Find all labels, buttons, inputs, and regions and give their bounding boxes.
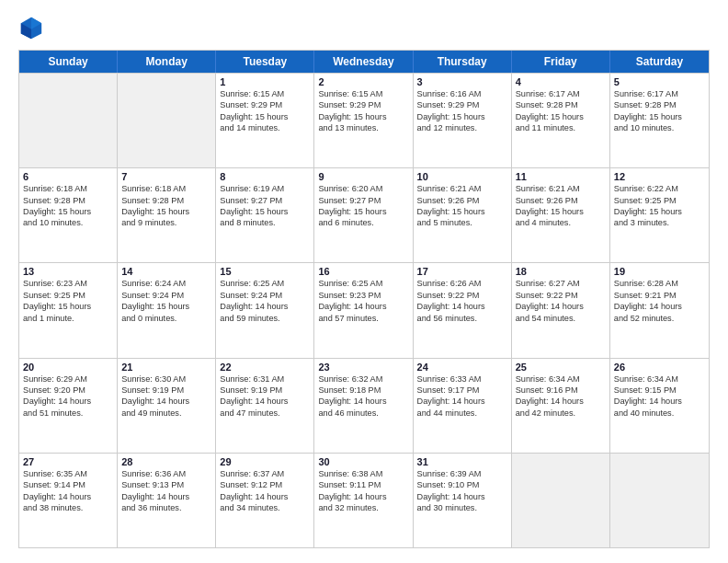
- cell-info-line: Sunset: 9:19 PM: [121, 385, 211, 396]
- cell-info-line: Sunrise: 6:37 AM: [220, 468, 310, 479]
- day-number: 21: [121, 362, 211, 373]
- cell-info-line: Sunrise: 6:25 AM: [220, 278, 310, 289]
- cell-info-line: Sunrise: 6:15 AM: [318, 88, 408, 99]
- cell-info-line: Sunrise: 6:31 AM: [220, 373, 310, 385]
- day-number: 14: [121, 266, 211, 277]
- header-cell-saturday: Saturday: [610, 51, 709, 73]
- cell-info-line: Sunset: 9:21 PM: [614, 290, 705, 301]
- cell-info-line: Daylight: 15 hours: [614, 111, 705, 122]
- cell-info-line: Sunrise: 6:22 AM: [614, 183, 705, 194]
- cell-info-line: Sunset: 9:28 PM: [614, 99, 705, 110]
- cell-info-line: and 40 minutes.: [614, 408, 705, 419]
- calendar-cell: 5Sunrise: 6:17 AMSunset: 9:28 PMDaylight…: [610, 74, 709, 167]
- calendar-cell: 28Sunrise: 6:36 AMSunset: 9:13 PMDayligh…: [118, 454, 216, 547]
- header-cell-wednesday: Wednesday: [314, 51, 413, 73]
- cell-info-line: Daylight: 15 hours: [318, 206, 408, 217]
- cell-info-line: Sunset: 9:15 PM: [614, 385, 705, 396]
- logo: [18, 15, 48, 40]
- cell-info-line: Sunset: 9:25 PM: [23, 290, 113, 301]
- day-number: 29: [220, 456, 310, 467]
- cell-info-line: Sunset: 9:22 PM: [417, 290, 507, 301]
- cell-info-line: and 0 minutes.: [121, 313, 211, 324]
- cell-info-line: Daylight: 15 hours: [614, 206, 705, 217]
- cell-info-line: Sunset: 9:29 PM: [318, 99, 408, 110]
- calendar-cell: 21Sunrise: 6:30 AMSunset: 9:19 PMDayligh…: [118, 359, 216, 453]
- day-number: 28: [121, 456, 211, 467]
- cell-info-line: Daylight: 14 hours: [318, 301, 408, 312]
- cell-info-line: and 5 minutes.: [417, 217, 507, 228]
- cell-info-line: Sunset: 9:22 PM: [516, 290, 606, 301]
- day-number: 8: [220, 171, 310, 182]
- cell-info-line: Sunrise: 6:34 AM: [516, 373, 606, 385]
- cell-info-line: Sunrise: 6:24 AM: [121, 278, 211, 289]
- cell-info-line: Daylight: 15 hours: [516, 111, 606, 122]
- calendar-row: 20Sunrise: 6:29 AMSunset: 9:20 PMDayligh…: [19, 358, 709, 453]
- day-number: 5: [614, 76, 705, 87]
- calendar-cell: 13Sunrise: 6:23 AMSunset: 9:25 PMDayligh…: [19, 263, 118, 357]
- cell-info-line: Sunset: 9:13 PM: [121, 479, 211, 490]
- cell-info-line: and 13 minutes.: [318, 122, 408, 133]
- cell-info-line: Sunset: 9:26 PM: [516, 195, 606, 206]
- cell-info-line: and 38 minutes.: [23, 502, 113, 513]
- cell-info-line: Sunrise: 6:35 AM: [23, 468, 113, 479]
- day-number: 31: [417, 456, 507, 467]
- cell-info-line: Sunrise: 6:21 AM: [516, 183, 606, 194]
- cell-info-line: Sunset: 9:10 PM: [417, 479, 507, 490]
- cell-info-line: Daylight: 15 hours: [318, 111, 408, 122]
- cell-info-line: Sunrise: 6:23 AM: [23, 278, 113, 289]
- cell-info-line: Sunset: 9:27 PM: [318, 195, 408, 206]
- cell-info-line: and 12 minutes.: [417, 122, 507, 133]
- page: SundayMondayTuesdayWednesdayThursdayFrid…: [0, 0, 728, 563]
- calendar-cell: 31Sunrise: 6:39 AMSunset: 9:10 PMDayligh…: [414, 454, 512, 547]
- cell-info-line: and 49 minutes.: [121, 408, 211, 419]
- day-number: 1: [220, 76, 310, 87]
- cell-info-line: Sunset: 9:28 PM: [121, 195, 211, 206]
- cell-info-line: Sunrise: 6:15 AM: [220, 88, 310, 99]
- calendar-cell: 16Sunrise: 6:25 AMSunset: 9:23 PMDayligh…: [314, 263, 413, 357]
- cell-info-line: Sunrise: 6:33 AM: [417, 373, 507, 385]
- day-number: 27: [23, 456, 113, 467]
- calendar-cell: 29Sunrise: 6:37 AMSunset: 9:12 PMDayligh…: [216, 454, 314, 547]
- day-number: 26: [614, 362, 705, 373]
- cell-info-line: Sunset: 9:17 PM: [417, 385, 507, 396]
- day-number: 20: [23, 362, 113, 373]
- cell-info-line: Sunrise: 6:17 AM: [516, 88, 606, 99]
- calendar-cell: 24Sunrise: 6:33 AMSunset: 9:17 PMDayligh…: [414, 359, 512, 453]
- day-number: 2: [318, 76, 408, 87]
- cell-info-line: Daylight: 15 hours: [23, 301, 113, 312]
- cell-info-line: Daylight: 15 hours: [121, 301, 211, 312]
- cell-info-line: and 8 minutes.: [220, 217, 310, 228]
- header: [18, 15, 710, 40]
- calendar-row: 1Sunrise: 6:15 AMSunset: 9:29 PMDaylight…: [19, 73, 709, 167]
- day-number: 9: [318, 171, 408, 182]
- cell-info-line: and 44 minutes.: [417, 408, 507, 419]
- cell-info-line: and 46 minutes.: [318, 408, 408, 419]
- cell-info-line: and 42 minutes.: [516, 408, 606, 419]
- cell-info-line: Daylight: 15 hours: [121, 206, 211, 217]
- calendar-row: 6Sunrise: 6:18 AMSunset: 9:28 PMDaylight…: [19, 167, 709, 262]
- calendar-cell: [118, 74, 216, 167]
- calendar-cell: 12Sunrise: 6:22 AMSunset: 9:25 PMDayligh…: [610, 168, 709, 262]
- calendar-cell: 27Sunrise: 6:35 AMSunset: 9:14 PMDayligh…: [19, 454, 118, 547]
- calendar-cell: 4Sunrise: 6:17 AMSunset: 9:28 PMDaylight…: [512, 74, 610, 167]
- day-number: 10: [417, 171, 507, 182]
- cell-info-line: Sunset: 9:11 PM: [318, 479, 408, 490]
- cell-info-line: Sunset: 9:29 PM: [417, 99, 507, 110]
- cell-info-line: and 57 minutes.: [318, 313, 408, 324]
- cell-info-line: and 47 minutes.: [220, 408, 310, 419]
- logo-icon: [18, 15, 44, 40]
- cell-info-line: Sunrise: 6:18 AM: [121, 183, 211, 194]
- day-number: 24: [417, 362, 507, 373]
- cell-info-line: Sunset: 9:24 PM: [121, 290, 211, 301]
- cell-info-line: and 56 minutes.: [417, 313, 507, 324]
- cell-info-line: Sunrise: 6:19 AM: [220, 183, 310, 194]
- cell-info-line: and 59 minutes.: [220, 313, 310, 324]
- calendar-cell: 22Sunrise: 6:31 AMSunset: 9:19 PMDayligh…: [216, 359, 314, 453]
- cell-info-line: Sunrise: 6:39 AM: [417, 468, 507, 479]
- cell-info-line: Sunset: 9:20 PM: [23, 385, 113, 396]
- header-cell-friday: Friday: [512, 51, 610, 73]
- day-number: 13: [23, 266, 113, 277]
- cell-info-line: Sunset: 9:12 PM: [220, 479, 310, 490]
- day-number: 12: [614, 171, 705, 182]
- cell-info-line: and 52 minutes.: [614, 313, 705, 324]
